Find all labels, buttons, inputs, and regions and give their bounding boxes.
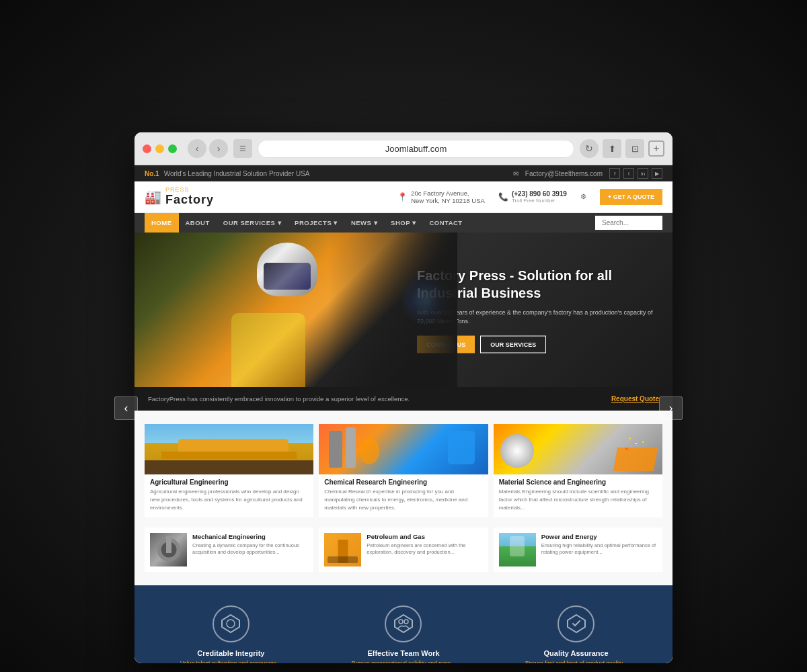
traffic-lights (143, 144, 177, 153)
reload-button[interactable]: ↻ (580, 139, 599, 158)
request-quote-link[interactable]: Request Quote (611, 395, 659, 403)
service-desc-material: Materials Engineering should include sci… (494, 488, 662, 517)
browser-window: ‹ › ☰ Joomlabuff.com ↻ ⬆ ⊡ + No.1 Wo (134, 132, 672, 663)
forward-button[interactable]: › (209, 139, 228, 158)
nav-services[interactable]: OUR SERVICES ▾ (217, 213, 288, 233)
facebook-icon[interactable]: f (609, 168, 620, 179)
copy-button[interactable]: ⊡ (625, 139, 644, 158)
service-title-power: Power and Energy (541, 533, 657, 540)
nav-news[interactable]: NEWS ▾ (344, 213, 384, 233)
service-desc-mechanical: Creating a dynamic company for the conti… (192, 542, 308, 556)
mechanical-content: Mechanical Engineering Creating a dynami… (192, 533, 308, 556)
slider-prev-button[interactable]: ‹ (114, 396, 138, 420)
linkedin-icon[interactable]: in (638, 168, 648, 179)
address-line1: 20c Factory Avenue, (411, 190, 485, 197)
maximize-button[interactable] (168, 144, 177, 153)
topbar-right: ✉ Factory@Steelthems.com f t in ▶ (513, 168, 662, 179)
minimize-button[interactable] (155, 144, 164, 153)
logo-factory-text: Factory (165, 194, 214, 207)
chemical-image (319, 424, 488, 474)
quality-title: Quality Assurance (544, 649, 609, 657)
website-content: No.1 World's Leading Industrial Solution… (134, 165, 672, 663)
address-bar[interactable]: Joomlabuff.com (258, 140, 574, 158)
topbar-email-icon: ✉ (513, 170, 518, 177)
nav-projects[interactable]: PROJECTS ▾ (288, 213, 344, 233)
service-card-chemical: Chemical Research Engineering Chemical R… (319, 424, 488, 517)
logo-text: Press Factory (165, 187, 214, 207)
search-input[interactable] (595, 216, 662, 230)
hero-section: Factory Press - Solution for all Industr… (134, 233, 672, 387)
svg-marker-0 (222, 615, 239, 632)
service-title-mechanical: Mechanical Engineering (192, 533, 308, 540)
address-icon: 📍 (397, 192, 408, 202)
teamwork-icon (385, 605, 422, 642)
quality-icon (558, 605, 594, 642)
services-top-grid: Agricultural Engineering Agricultural en… (145, 424, 662, 517)
agricultural-image (145, 424, 313, 474)
new-tab-button[interactable]: + (648, 140, 664, 157)
get-quote-button[interactable]: + GET A QUOTE (600, 189, 662, 205)
services-bottom-grid: Mechanical Engineering Creating a dynami… (145, 528, 662, 572)
address-line2: New York, NY 10218 USA (411, 197, 485, 204)
service-card-power: Power and Energy Ensuring high reliabili… (494, 528, 662, 572)
browser-navigation: ‹ › (188, 139, 228, 158)
logo-area: 🏭 Press Factory (145, 187, 214, 207)
browser-actions: ↻ ⬆ ⊡ + (580, 139, 664, 158)
power-content: Power and Energy Ensuring high reliabili… (541, 533, 657, 556)
service-title-petroleum: Petroleum and Gas (367, 533, 482, 540)
rss-icon[interactable]: ▶ (652, 168, 662, 179)
slider-next-button[interactable]: › (659, 396, 683, 420)
header-info: 📍 20c Factory Avenue, New York, NY 10218… (397, 189, 662, 205)
service-title-material: Material Science and Engineering (494, 474, 662, 488)
twitter-icon[interactable]: t (623, 168, 634, 179)
back-button[interactable]: ‹ (188, 139, 206, 158)
main-navigation: HOME ABOUT OUR SERVICES ▾ PROJECTS ▾ NEW… (134, 213, 672, 233)
integrity-title: Creditable Integrity (197, 649, 264, 657)
close-button[interactable] (143, 144, 151, 153)
topbar-tagline: World's Leading Industrial Solution Prov… (164, 170, 310, 177)
settings-icon: ⚙ (580, 193, 586, 200)
mechanical-image (150, 533, 187, 566)
nav-shop[interactable]: SHOP ▾ (384, 213, 422, 233)
service-desc-petroleum: Petroleum engineers are concerned with t… (367, 542, 482, 556)
settings-info[interactable]: ⚙ (580, 193, 586, 200)
topbar-no: No.1 (145, 170, 159, 177)
power-image (499, 533, 536, 566)
teamwork-subtitle: Pursue organizational solidity and pass.… (352, 660, 456, 663)
service-card-mechanical: Mechanical Engineering Creating a dynami… (145, 528, 313, 572)
feature-teamwork: Effective Team Work Pursue organizationa… (325, 605, 481, 663)
petroleum-image (324, 533, 361, 566)
site-header: 🏭 Press Factory 📍 20c Factory Avenue, Ne… (134, 181, 672, 213)
nav-home[interactable]: HOME (145, 213, 179, 233)
service-desc-chemical: Chemical Research expertise in producing… (319, 488, 488, 517)
services-section: Agricultural Engineering Agricultural en… (134, 411, 672, 585)
service-card-petroleum: Petroleum and Gas Petroleum engineers ar… (319, 528, 488, 572)
svg-marker-2 (395, 615, 412, 632)
petroleum-content: Petroleum and Gas Petroleum engineers ar… (367, 533, 482, 556)
integrity-icon (213, 605, 249, 642)
feature-quality: Quality Assurance Ensure first and best … (498, 605, 654, 663)
innovation-bar: FactoryPress has consistently embraced i… (134, 387, 672, 411)
integrity-subtitle: Value talent cultivation and encourage..… (180, 660, 282, 663)
teamwork-title: Effective Team Work (367, 649, 439, 657)
sidebar-button[interactable]: ☰ (233, 139, 252, 158)
nav-about[interactable]: ABOUT (179, 213, 217, 233)
service-title-chemical: Chemical Research Engineering (319, 474, 488, 488)
innovation-text: FactoryPress has consistently embraced i… (148, 395, 410, 403)
service-title-agricultural: Agricultural Engineering (145, 474, 313, 488)
topbar-email: Factory@Steelthems.com (525, 170, 603, 177)
service-card-material: Material Science and Engineering Materia… (494, 424, 662, 517)
our-services-button[interactable]: OUR SERVICES (480, 335, 546, 353)
service-card-agricultural: Agricultural Engineering Agricultural en… (145, 424, 313, 517)
topbar: No.1 World's Leading Industrial Solution… (134, 165, 672, 181)
address-info: 📍 20c Factory Avenue, New York, NY 10218… (397, 190, 485, 204)
svg-point-3 (399, 620, 403, 624)
service-desc-power: Ensuring high reliability and optimal pe… (541, 542, 657, 556)
hero-image (134, 233, 457, 387)
svg-point-1 (227, 620, 235, 628)
material-image (494, 424, 662, 474)
service-desc-agricultural: Agricultural engineering professionals w… (145, 488, 313, 517)
footer-features: Creditable Integrity Value talent cultiv… (134, 585, 672, 663)
nav-contact[interactable]: CONTACT (422, 213, 469, 233)
share-button[interactable]: ⬆ (603, 139, 621, 158)
